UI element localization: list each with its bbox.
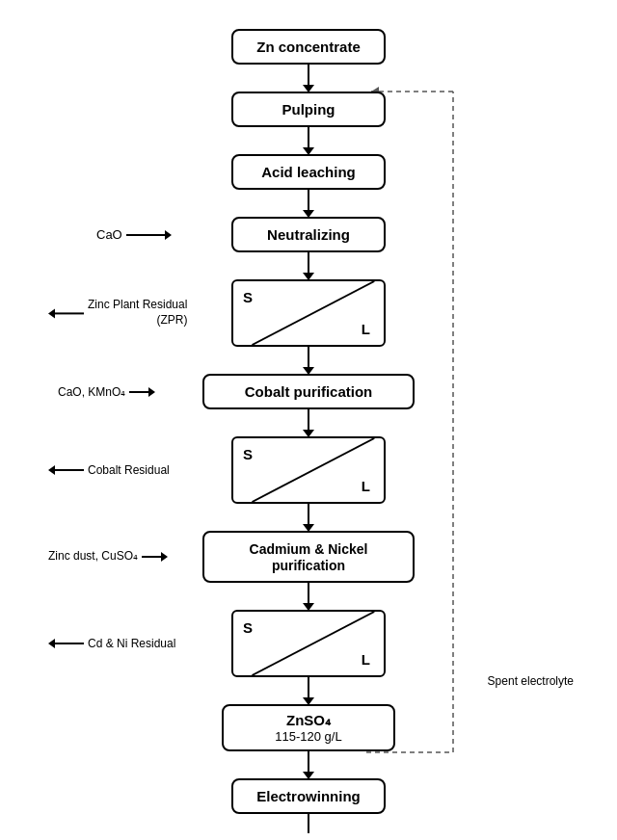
separator-2-row: Cobalt Residual S L bbox=[39, 436, 578, 504]
cobalt-purification-box: Cobalt purification bbox=[202, 374, 415, 409]
arrow-10 bbox=[308, 751, 309, 778]
cadmium-nickel-label: Cadmium & Nickelpurification bbox=[250, 541, 368, 573]
arrow-7 bbox=[308, 504, 309, 531]
l-label-1: L bbox=[362, 321, 370, 337]
cd-ni-label: Cd & Ni Residual bbox=[88, 637, 175, 650]
arrow-2 bbox=[308, 127, 309, 154]
neutralizing-label: Neutralizing bbox=[267, 226, 350, 243]
spent-electrolyte-text: Spent electrolyte bbox=[488, 674, 574, 688]
separator-3-row: Cd & Ni Residual S L bbox=[39, 610, 578, 677]
znso4-label: ZnSO₄ bbox=[243, 712, 374, 729]
arrow-5 bbox=[308, 347, 309, 374]
arrow-3 bbox=[308, 190, 309, 217]
electrowinning-label: Electrowinning bbox=[256, 788, 361, 804]
cao-input: CaO bbox=[96, 227, 172, 242]
neutralizing-box: Neutralizing bbox=[231, 217, 386, 252]
separator-1-row: Zinc Plant Residual(ZPR) S L bbox=[39, 279, 578, 347]
cobalt-residual-label: Cobalt Residual bbox=[88, 463, 170, 477]
flow-diagram: Zn concentrate Pulping Acid leaching CaO… bbox=[39, 19, 578, 840]
arrow-11 bbox=[308, 814, 309, 833]
cobalt-purification-label: Cobalt purification bbox=[245, 383, 373, 400]
zn-concentrate-label: Zn concentrate bbox=[256, 39, 361, 55]
separator-2: S L bbox=[231, 436, 386, 504]
svg-line-0 bbox=[253, 281, 375, 345]
cd-ni-residual-output: Cd & Ni Residual bbox=[48, 637, 175, 650]
pulping-box: Pulping bbox=[231, 92, 386, 127]
zinc-dust-input: Zinc dust, CuSO₄ bbox=[48, 549, 168, 564]
arrow-6 bbox=[308, 409, 309, 436]
l-label-3: L bbox=[362, 651, 370, 668]
cao-kmno4-input: CaO, KMnO₄ bbox=[58, 385, 155, 399]
cobalt-residual-output: Cobalt Residual bbox=[48, 463, 170, 477]
separator-1: S L bbox=[231, 279, 386, 347]
arrow-1 bbox=[308, 65, 309, 92]
zn-concentrate-box: Zn concentrate bbox=[231, 29, 386, 65]
arrow-8 bbox=[308, 583, 309, 610]
arrow-4 bbox=[308, 252, 309, 279]
cao-label: CaO bbox=[96, 227, 122, 242]
zpr-label: Zinc Plant Residual(ZPR) bbox=[88, 298, 187, 328]
zpr-output: Zinc Plant Residual(ZPR) bbox=[48, 298, 187, 328]
svg-line-2 bbox=[253, 612, 375, 675]
arrow-9 bbox=[308, 677, 309, 704]
svg-line-1 bbox=[253, 438, 375, 502]
znso4-sub-label: 115-120 g/L bbox=[243, 729, 374, 744]
acid-leaching-box: Acid leaching bbox=[231, 154, 386, 190]
acid-leaching-label: Acid leaching bbox=[261, 164, 356, 180]
electrowinning-box: Electrowinning bbox=[231, 778, 386, 814]
zinc-dust-label: Zinc dust, CuSO₄ bbox=[48, 549, 138, 564]
cadmium-nickel-box: Cadmium & Nickelpurification bbox=[202, 531, 415, 583]
l-label-2: L bbox=[362, 478, 370, 494]
separator-3: S L bbox=[231, 610, 386, 677]
znso4-box: ZnSO₄ 115-120 g/L bbox=[222, 704, 395, 751]
cao-kmno4-label: CaO, KMnO₄ bbox=[58, 385, 125, 399]
pulping-label: Pulping bbox=[282, 101, 335, 118]
spent-electrolyte-label: Spent electrolyte bbox=[488, 674, 574, 690]
